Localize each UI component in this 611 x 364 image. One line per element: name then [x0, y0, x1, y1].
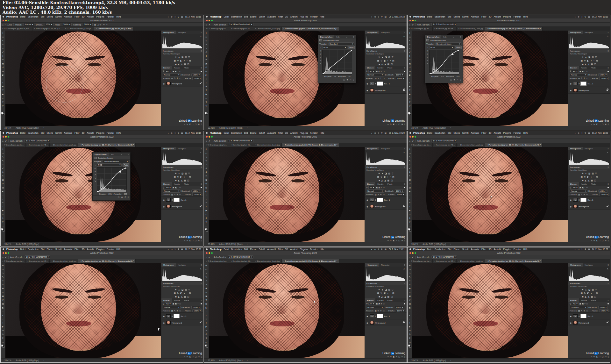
adjustment-schwarzweiss-icon[interactable]: ◧ [384, 60, 386, 62]
flaeche-select[interactable]: 100%▾ [192, 309, 202, 312]
menu-item-bearbeiten[interactable]: Bearbeiten [28, 132, 39, 134]
tool-brush-icon[interactable]: ✑ [2, 290, 4, 294]
adjustment-farbton-saettigung-icon[interactable]: ▦ [580, 60, 583, 62]
panel-menu-icon[interactable]: ≡ [201, 264, 203, 266]
tool-brush-icon[interactable]: ✑ [205, 174, 207, 178]
curves-layer-row[interactable]: ◉ ∿ 8 Ku... 1 [365, 196, 407, 203]
menu-item-ansicht[interactable]: Ansicht [87, 16, 94, 18]
tool-clone-stamp-icon[interactable]: ▣ [205, 62, 207, 66]
layer-search-icon[interactable]: ⚲ [366, 303, 368, 305]
close-tab-icon[interactable]: × [27, 143, 29, 147]
layer-group-icon[interactable]: ▢ [602, 123, 604, 125]
lock-transparent-icon[interactable]: ▨ [171, 77, 173, 79]
layer-mask-icon[interactable]: ◧ [189, 355, 191, 358]
flaeche-select[interactable]: 100%▾ [599, 309, 609, 312]
lock-all-icon[interactable]: ▭ [179, 77, 181, 79]
panel-menu-icon[interactable]: ≡ [607, 147, 610, 150]
menu-item-datei[interactable]: Datei [224, 16, 229, 18]
screen-mirroring-icon[interactable]: ◐ [575, 248, 576, 250]
tool-eraser-icon[interactable]: ▨ [205, 302, 207, 306]
new-layer-icon[interactable]: ⊞ [401, 355, 403, 358]
tool-eyedropper-icon[interactable]: ✐ [205, 167, 207, 170]
adjustment-belichtung-icon[interactable]: ▧ [388, 56, 390, 59]
menu-item-schrift[interactable]: Schrift [259, 132, 265, 134]
layer-mask-thumbnail[interactable] [174, 198, 180, 202]
layer-mask-thumbnail[interactable] [377, 314, 383, 318]
link-layers-icon[interactable]: ∞ [184, 239, 185, 241]
adjustment-selektive-farbkorrektur-icon[interactable]: ◫ [391, 63, 393, 66]
deckkraft-select[interactable]: 100%▾ [598, 189, 608, 193]
tool-type-icon[interactable]: T [409, 89, 410, 92]
background-layer-name[interactable]: Hintergrund [579, 322, 589, 324]
home-icon[interactable]: ⌂ [409, 140, 410, 142]
tool-pen-icon[interactable]: ✒ [205, 201, 207, 205]
home-icon[interactable]: ⌂ [2, 24, 4, 26]
menu-item-ansicht[interactable]: Ansicht [494, 16, 501, 18]
document-tab[interactable]: ×Korrektur.jpg bei 45... [26, 143, 50, 147]
menu-item-hilfe[interactable]: Hilfe [117, 16, 121, 18]
tool-move-icon[interactable]: ✛ [2, 264, 4, 268]
tool-marquee-icon[interactable]: ▭ [409, 35, 411, 39]
tool-lasso-icon[interactable]: ∿ [2, 155, 4, 159]
brush-angle-value[interactable]: △ 0° [97, 24, 102, 26]
adjustment-umkehren-icon[interactable]: ◙ [379, 179, 380, 182]
delete-adjustment-icon[interactable]: ▯ [353, 78, 354, 81]
tool-eraser-icon[interactable]: ▨ [2, 186, 4, 189]
curve-point-icon[interactable]: ∿ [320, 59, 321, 61]
cached-data-warning-icon[interactable]: ⚠ [607, 35, 608, 37]
tab-navigator[interactable]: Navigator [379, 31, 391, 34]
home-icon[interactable]: ⌂ [409, 24, 410, 26]
panel-menu-icon[interactable]: ≡ [201, 183, 203, 185]
adjustment-helligkeit-kontrast-icon[interactable]: ☀ [378, 172, 380, 175]
filter-shape-icon[interactable]: ▭ [179, 186, 181, 189]
control-center-icon[interactable]: ⊙ [171, 16, 173, 18]
reset-icon[interactable]: ↺ [350, 78, 352, 81]
close-tab-icon[interactable]: × [231, 259, 232, 263]
new-layer-icon[interactable]: ⊞ [198, 239, 200, 241]
tab-pfade[interactable]: Pfade [386, 298, 394, 302]
apple-menu-icon[interactable] [206, 16, 208, 18]
tool-shape-icon[interactable]: ▱ [409, 212, 411, 216]
adjustment-schwarzweiss-icon[interactable]: ◧ [180, 292, 182, 295]
adjustment-color-lookup-icon[interactable]: ▤ [189, 292, 191, 295]
adjustment-schwellenwert-icon[interactable]: ◮ [181, 63, 182, 66]
close-window-button[interactable] [206, 20, 208, 21]
filter-adjustment-icon[interactable]: ◩ [175, 70, 177, 72]
adjustment-tontrennung-icon[interactable]: ◭ [381, 296, 383, 298]
document-tab[interactable]: ×Korrektur.jpg bei 45... [229, 27, 253, 31]
delete-layer-icon[interactable]: ▯ [404, 355, 405, 358]
curves-layer-row[interactable]: ◉ ∿ 8 Ku... 1 [365, 313, 407, 319]
tool-blur-icon[interactable]: ◌ [2, 77, 4, 81]
layer-visibility-icon[interactable]: ◉ [366, 82, 369, 85]
input-source-icon[interactable]: ▤ [385, 248, 387, 251]
menu-item-3d[interactable]: 3D [82, 248, 85, 250]
tool-quick-selection-icon[interactable]: ✎ [205, 43, 207, 46]
adjustment-farbton-saettigung-icon[interactable]: ▦ [580, 292, 583, 295]
status-caret-icon[interactable]: › [451, 127, 451, 129]
adjustment-selektive-farbkorrektur-icon[interactable]: ◫ [391, 179, 393, 182]
tool-eraser-icon[interactable]: ▨ [409, 69, 411, 73]
target-adjust-icon[interactable]: ◔ [320, 47, 321, 49]
tab-info[interactable]: Info [441, 35, 448, 39]
tool-shape-icon[interactable]: ▱ [2, 96, 4, 100]
filter-shape-icon[interactable]: ▭ [586, 186, 588, 189]
deckkraft-select[interactable]: 100%▾ [395, 189, 404, 193]
adjustment-farbbalance-icon[interactable]: ↻ [177, 176, 179, 178]
tab-kanaele[interactable]: Kanäle [172, 298, 182, 302]
foreground-color-swatch[interactable] [408, 228, 410, 230]
layer-search-icon[interactable]: ⚲ [163, 186, 164, 189]
tool-zoom-icon[interactable]: ⚲ [2, 104, 4, 108]
control-center-icon[interactable]: ⊙ [578, 132, 579, 134]
adjustment-kanalmixer-icon[interactable]: ◔ [593, 292, 594, 294]
layer-styles-icon[interactable]: fx [593, 239, 595, 241]
menu-item-datei[interactable]: Datei [20, 132, 25, 134]
cached-data-warning-icon[interactable]: ⚠ [607, 151, 608, 153]
adjustment-gradationskurven-icon[interactable]: ◪ [588, 56, 591, 59]
adjustment-umkehren-icon[interactable]: ◙ [175, 296, 176, 298]
tool-quick-selection-icon[interactable]: ✎ [409, 43, 410, 46]
menu-item-ebene[interactable]: Ebene [250, 16, 256, 18]
background-layer-row[interactable]: ◉ Hintergrund [365, 87, 407, 94]
target-adjust-icon[interactable]: ◔ [95, 164, 96, 166]
adjustment-helligkeit-kontrast-icon[interactable]: ☀ [582, 56, 584, 59]
tool-dodge-icon[interactable]: ◐ [2, 81, 4, 85]
